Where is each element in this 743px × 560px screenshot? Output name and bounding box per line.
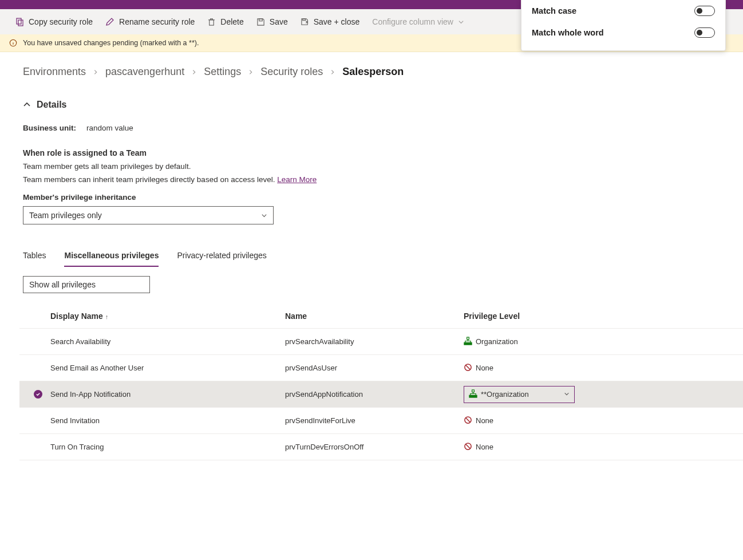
display-name-header: Display Name xyxy=(50,311,103,321)
team-section-header: When role is assigned to a Team xyxy=(23,148,720,157)
row-display-name: Send In-App Notification xyxy=(50,390,285,399)
svg-rect-7 xyxy=(464,342,467,345)
chevron-up-icon xyxy=(23,101,31,109)
delete-button[interactable]: Delete xyxy=(201,14,249,30)
priv-dropdown-value: **Organization xyxy=(481,390,529,399)
row-display-name: Send Email as Another User xyxy=(50,364,285,372)
copy-role-button[interactable]: Copy security role xyxy=(9,14,98,30)
row-name: prvTurnDevErrorsOnOff xyxy=(285,443,464,451)
tab-tables[interactable]: Tables xyxy=(23,245,46,267)
col-priv-header[interactable]: Privilege Level xyxy=(464,311,743,321)
tab-list: Tables Miscellaneous privileges Privacy-… xyxy=(0,245,743,267)
save-label: Save xyxy=(270,17,288,26)
row-name: prvSendAsUser xyxy=(285,364,464,372)
row-privilege-level[interactable]: None xyxy=(464,416,743,426)
chevron-down-icon xyxy=(458,19,464,25)
save-close-label: Save + close xyxy=(314,17,360,26)
privilege-level-dropdown[interactable]: **Organization xyxy=(464,386,575,403)
crumb-settings[interactable]: Settings xyxy=(204,66,241,78)
tab-misc-privileges[interactable]: Miscellaneous privileges xyxy=(64,245,159,267)
row-display-name: Search Availability xyxy=(50,337,285,346)
priv-level-text: None xyxy=(476,443,493,451)
row-check[interactable] xyxy=(25,390,50,399)
save-close-icon xyxy=(301,18,309,26)
learn-more-link[interactable]: Learn More xyxy=(277,175,317,184)
crumb-env-name[interactable]: pascavengerhunt xyxy=(105,66,184,78)
crumb-security-roles[interactable]: Security roles xyxy=(260,66,323,78)
chevron-right-icon xyxy=(191,69,197,75)
priv-level-text: None xyxy=(476,416,493,425)
svg-rect-9 xyxy=(469,342,472,345)
edit-icon xyxy=(105,17,114,26)
delete-icon xyxy=(207,18,216,26)
table-row[interactable]: Turn On TracingprvTurnDevErrorsOnOffNone xyxy=(19,434,743,460)
find-options-panel: Match case Match whole word xyxy=(521,0,726,51)
table-row[interactable]: Send Email as Another UserprvSendAsUserN… xyxy=(19,355,743,381)
details-toggle[interactable]: Details xyxy=(23,89,720,120)
chevron-down-icon xyxy=(261,212,267,219)
svg-rect-1 xyxy=(18,20,23,26)
save-button[interactable]: Save xyxy=(251,14,294,30)
inheritance-select[interactable]: Team privileges only xyxy=(23,206,274,224)
row-privilege-level[interactable]: None xyxy=(464,442,743,452)
privilege-filter-select[interactable]: Show all privileges xyxy=(23,276,150,293)
config-column-label: Configure column view xyxy=(372,17,453,26)
business-unit-label: Business unit: xyxy=(23,124,76,132)
svg-rect-11 xyxy=(472,389,475,392)
chevron-down-icon xyxy=(564,391,570,398)
copy-role-label: Copy security role xyxy=(29,17,93,26)
match-word-toggle[interactable] xyxy=(694,27,715,38)
row-display-name: Send Invitation xyxy=(50,416,285,425)
tab-privacy-privileges[interactable]: Privacy-related privileges xyxy=(177,245,266,267)
col-name-header[interactable]: Name xyxy=(285,311,464,321)
save-icon xyxy=(256,18,265,26)
table-row[interactable]: Send InvitationprvSendInviteForLiveNone xyxy=(19,408,743,434)
save-close-button[interactable]: Save + close xyxy=(295,14,366,30)
team-desc-2-wrap: Team members can inherit team privileges… xyxy=(23,175,720,184)
row-privilege-level[interactable]: None xyxy=(464,363,743,373)
svg-rect-3 xyxy=(259,18,262,21)
none-icon xyxy=(464,442,472,452)
rename-role-button[interactable]: Rename security role xyxy=(100,14,200,30)
none-icon xyxy=(464,363,472,373)
priv-level-text: Organization xyxy=(476,337,518,346)
business-unit-value: random value xyxy=(86,124,133,132)
svg-rect-0 xyxy=(17,18,21,24)
row-name: prvSendAppNotification xyxy=(285,390,464,399)
match-word-row: Match whole word xyxy=(532,22,715,44)
svg-rect-4 xyxy=(302,18,305,20)
notice-text: You have unsaved changes pending (marked… xyxy=(23,39,199,47)
row-name: prvSendInviteForLive xyxy=(285,416,464,425)
table-row[interactable]: Search AvailabilityprvSearchAvailability… xyxy=(19,329,743,355)
crumb-current: Salesperson xyxy=(342,66,404,78)
match-case-toggle[interactable] xyxy=(694,6,715,16)
svg-rect-8 xyxy=(467,342,469,345)
details-header-label: Details xyxy=(37,100,66,110)
table-row[interactable]: Send In-App NotificationprvSendAppNotifi… xyxy=(19,381,743,408)
svg-rect-13 xyxy=(472,395,475,397)
config-column-button[interactable]: Configure column view xyxy=(366,14,470,30)
business-unit-row: Business unit: random value xyxy=(23,120,720,136)
chevron-right-icon xyxy=(248,69,254,75)
crumb-environments[interactable]: Environments xyxy=(23,66,86,78)
col-display-name[interactable]: Display Name↑ xyxy=(50,311,285,321)
privileges-table: Display Name↑ Name Privilege Level Searc… xyxy=(19,303,743,460)
team-desc-2: Team members can inherit team privileges… xyxy=(23,175,277,184)
match-case-row: Match case xyxy=(532,0,715,22)
svg-rect-6 xyxy=(467,337,469,339)
delete-label: Delete xyxy=(220,17,243,26)
row-name: prvSearchAvailability xyxy=(285,337,464,346)
svg-rect-12 xyxy=(469,395,472,397)
chevron-right-icon xyxy=(330,69,335,75)
inheritance-value: Team privileges only xyxy=(29,211,102,220)
row-privilege-level[interactable]: **Organization xyxy=(464,386,743,403)
org-icon xyxy=(469,389,477,400)
details-section: Details Business unit: random value When… xyxy=(0,84,743,224)
none-icon xyxy=(464,416,472,426)
inheritance-label: Member's privilege inheritance xyxy=(23,193,720,202)
rename-role-label: Rename security role xyxy=(119,17,195,26)
svg-rect-14 xyxy=(475,395,477,397)
row-privilege-level[interactable]: Organization xyxy=(464,337,743,347)
info-icon xyxy=(9,39,17,47)
sort-asc-icon: ↑ xyxy=(105,313,109,320)
